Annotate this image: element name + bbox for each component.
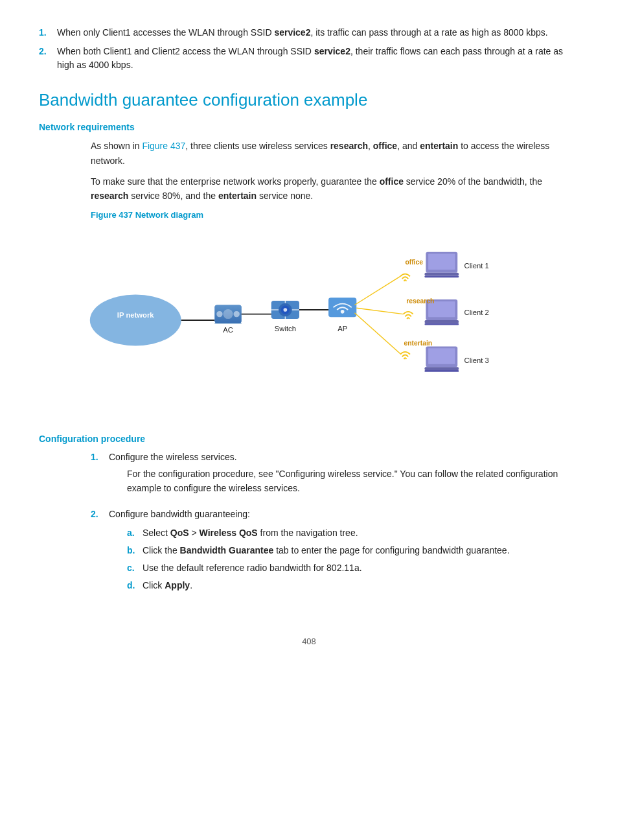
svg-text:AC: AC	[223, 326, 233, 334]
intro-item-2: 2. When both Client1 and Client2 access …	[39, 45, 579, 72]
svg-text:Client 1: Client 1	[464, 262, 489, 270]
page-number: 408	[39, 636, 579, 646]
intro-list: 1. When only Client1 accesses the WLAN t…	[39, 26, 579, 72]
network-requirements-para2: To make sure that the enterprise network…	[91, 174, 579, 204]
network-requirements-heading: Network requirements	[39, 122, 579, 132]
config-substep-c: c. Use the default reference radio bandw…	[127, 561, 510, 575]
diagram-svg: IP network AC Switc	[78, 226, 540, 414]
svg-rect-28	[428, 253, 455, 269]
svg-rect-40	[425, 370, 459, 372]
alpha-a: a.	[127, 526, 137, 540]
svg-point-5	[216, 311, 222, 317]
svg-text:office: office	[405, 258, 423, 265]
svg-rect-35	[425, 323, 459, 325]
intro-text-2: When both Client1 and Client2 access the…	[57, 45, 579, 72]
config-step-2: 2. Configure bandwidth guaranteeing: a. …	[91, 508, 579, 598]
config-num-1: 1.	[91, 450, 102, 501]
svg-rect-39	[425, 367, 459, 370]
config-section: Configuration procedure 1. Configure the…	[39, 434, 579, 598]
svg-line-25	[356, 308, 403, 314]
svg-point-7	[234, 311, 240, 317]
svg-rect-34	[425, 320, 459, 323]
svg-point-14	[284, 308, 288, 312]
intro-item-1: 1. When only Client1 accesses the WLAN t…	[39, 26, 579, 40]
svg-line-24	[354, 276, 400, 305]
config-num-2: 2.	[91, 508, 102, 598]
config-substep-a: a. Select QoS > Wireless QoS from the na…	[127, 526, 510, 540]
network-requirements-para1: As shown in Figure 437, three clients us…	[91, 139, 579, 168]
configuration-procedure-heading: Configuration procedure	[39, 434, 579, 444]
config-list: 1. Configure the wireless services. For …	[91, 450, 579, 598]
figure-437-link[interactable]: Figure 437	[142, 141, 185, 151]
svg-rect-38	[428, 348, 455, 364]
network-diagram: IP network AC Switc	[78, 226, 540, 414]
figure-label: Figure 437 Network diagram	[91, 210, 579, 220]
svg-text:Switch: Switch	[275, 325, 296, 332]
intro-num-1: 1.	[39, 26, 51, 40]
svg-text:research: research	[406, 297, 434, 304]
intro-text-1: When only Client1 accesses the WLAN thro…	[57, 26, 548, 40]
svg-text:IP network: IP network	[117, 311, 154, 319]
config-substeps: a. Select QoS > Wireless QoS from the na…	[127, 526, 510, 592]
alpha-d: d.	[127, 579, 137, 592]
svg-point-0	[90, 294, 181, 345]
section-title: Bandwidth guarantee configuration exampl…	[39, 90, 579, 110]
svg-rect-29	[425, 272, 459, 275]
substep-a-text: Select QoS > Wireless QoS from the navig…	[143, 526, 358, 540]
substep-b-text: Click the Bandwidth Guarantee tab to ent…	[143, 544, 510, 557]
svg-point-22	[341, 310, 345, 314]
svg-line-26	[354, 312, 400, 353]
substep-c-text: Use the default reference radio bandwidt…	[143, 561, 362, 575]
alpha-c: c.	[127, 561, 137, 575]
config-step-2-text: Configure bandwidth guaranteeing:	[109, 509, 250, 519]
config-step-1: 1. Configure the wireless services. For …	[91, 450, 579, 501]
svg-text:Client 2: Client 2	[464, 309, 489, 316]
config-step-1-subtext: For the configuration procedure, see "Co…	[127, 467, 579, 496]
svg-rect-30	[425, 275, 459, 277]
substep-d-text: Click Apply.	[143, 579, 192, 592]
intro-num-2: 2.	[39, 45, 51, 72]
config-substep-b: b. Click the Bandwidth Guarantee tab to …	[127, 544, 510, 557]
config-step-1-text: Configure the wireless services.	[109, 452, 237, 462]
svg-point-6	[223, 309, 233, 319]
alpha-b: b.	[127, 544, 137, 557]
svg-text:AP: AP	[338, 325, 347, 332]
config-substep-d: d. Click Apply.	[127, 579, 510, 592]
svg-text:Client 3: Client 3	[464, 356, 489, 364]
svg-text:entertain: entertain	[404, 340, 433, 347]
